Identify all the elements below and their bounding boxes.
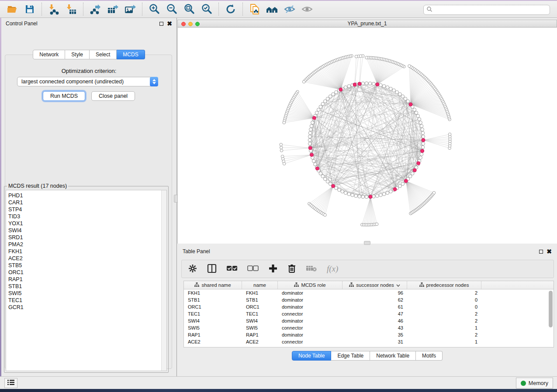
export-network-button[interactable] (86, 2, 104, 16)
hide-selected-button[interactable] (281, 2, 298, 16)
cell-successor-nodes[interactable]: 43 (343, 325, 407, 330)
network-node[interactable] (365, 56, 368, 59)
network-node[interactable] (372, 195, 375, 198)
network-node[interactable] (365, 82, 368, 85)
mcds-result-item[interactable]: YOX1 (8, 220, 166, 227)
float-panel-icon[interactable] (159, 22, 163, 26)
network-node[interactable] (309, 128, 313, 131)
mcds-node[interactable] (413, 168, 416, 172)
network-node[interactable] (280, 143, 283, 146)
horizontal-splitter-handle[interactable] (364, 241, 370, 245)
close-panel-button[interactable]: Close panel (91, 91, 135, 101)
network-node[interactable] (389, 87, 393, 91)
cell-name[interactable]: ACE2 (242, 339, 278, 344)
network-node[interactable] (361, 82, 365, 85)
cell-predecessor-nodes[interactable]: 1 (407, 325, 481, 330)
network-node[interactable] (319, 105, 322, 109)
mcds-result-item[interactable]: ACE2 (8, 255, 166, 262)
open-file-button[interactable] (3, 2, 21, 16)
network-node[interactable] (317, 108, 320, 112)
network-node[interactable] (421, 128, 424, 131)
network-node[interactable] (382, 193, 386, 196)
network-node[interactable] (382, 85, 386, 88)
network-node[interactable] (335, 186, 338, 190)
cell-MCDS-role[interactable]: connector (278, 339, 343, 344)
mcds-node[interactable] (312, 116, 316, 120)
tab-network-table[interactable]: Network Table (370, 351, 416, 361)
maximize-window-icon[interactable] (195, 22, 200, 26)
cell-shared-name[interactable]: RAP1 (184, 332, 242, 337)
network-node[interactable] (280, 146, 283, 149)
tab-node-table[interactable]: Node Table (292, 351, 332, 361)
tab-style[interactable]: Style (65, 50, 90, 59)
optimization-criterion-dropdown[interactable]: largest connected component (undirected) (17, 77, 158, 86)
network-node[interactable] (338, 188, 341, 192)
close-panel-icon[interactable]: ✖ (167, 22, 172, 26)
network-node[interactable] (308, 131, 312, 135)
cell-shared-name[interactable]: ACE2 (184, 339, 242, 344)
export-image-button[interactable] (121, 2, 139, 16)
cell-shared-name[interactable]: ORC1 (184, 304, 242, 309)
network-node[interactable] (359, 55, 362, 58)
network-node[interactable] (308, 138, 311, 142)
delete-column-button[interactable] (287, 264, 296, 275)
mcds-result-item[interactable]: TEC1 (8, 297, 166, 304)
cell-MCDS-role[interactable]: dominator (278, 304, 343, 309)
table-row[interactable]: ACE2ACE2connector311 (184, 338, 554, 345)
run-mcds-button[interactable]: Run MCDS (43, 91, 85, 101)
network-node[interactable] (323, 177, 327, 181)
cell-MCDS-role[interactable]: connector (278, 311, 343, 316)
network-node[interactable] (401, 95, 405, 98)
first-neighbors-button[interactable] (263, 2, 281, 16)
show-all-button[interactable] (298, 2, 316, 16)
network-node[interactable] (398, 184, 402, 188)
mcds-result-item[interactable]: RAP1 (8, 276, 166, 283)
cell-shared-name[interactable]: YOX1 (184, 346, 242, 347)
mcds-result-list[interactable]: PHD1CAR1STP4TID3YOX1SWI4SRD1PMA2FKH1ACE2… (6, 190, 167, 371)
mcds-node[interactable] (422, 138, 425, 142)
network-node[interactable] (355, 55, 358, 58)
network-node[interactable] (344, 86, 347, 89)
mcds-result-item[interactable]: STP4 (8, 206, 166, 213)
network-node[interactable] (419, 156, 422, 159)
refresh-layout-button[interactable] (222, 2, 239, 16)
table-row[interactable]: SWI5SWI5connector431 (184, 324, 554, 331)
network-node[interactable] (404, 97, 407, 100)
search-input[interactable] (434, 7, 547, 13)
network-node[interactable] (283, 121, 286, 124)
network-node[interactable] (389, 190, 393, 193)
cell-successor-nodes[interactable]: 96 (343, 290, 407, 296)
cell-predecessor-nodes[interactable]: 1 (407, 346, 481, 347)
mcds-node[interactable] (308, 146, 312, 150)
network-node[interactable] (406, 100, 410, 103)
table-row[interactable]: ORC1ORC1dominator610 (184, 303, 554, 310)
mcds-result-item[interactable]: CAR1 (8, 199, 166, 206)
cell-successor-nodes[interactable]: 29 (343, 346, 407, 347)
task-history-button[interactable] (4, 378, 17, 388)
search-field[interactable] (423, 5, 550, 15)
memory-button[interactable]: Memory (516, 378, 553, 389)
network-node[interactable] (418, 117, 421, 121)
network-node[interactable] (420, 153, 423, 156)
network-node[interactable] (386, 191, 389, 195)
cell-successor-nodes[interactable]: 62 (343, 297, 407, 303)
network-node[interactable] (392, 89, 396, 92)
close-table-panel-icon[interactable]: ✖ (547, 250, 552, 254)
network-node[interactable] (341, 190, 344, 193)
tab-motifs[interactable]: Motifs (416, 351, 443, 361)
copy-network-button[interactable] (246, 2, 263, 16)
cell-name[interactable]: STB1 (242, 297, 278, 303)
zoom-in-button[interactable] (145, 2, 163, 16)
mcds-result-item[interactable]: GCR1 (8, 304, 166, 311)
cell-MCDS-role[interactable]: dominator (278, 297, 343, 303)
network-node[interactable] (361, 195, 365, 199)
cell-MCDS-role[interactable]: dominator (278, 332, 343, 337)
column-header-predecessor-nodes[interactable]: predecessor nodes (407, 281, 481, 289)
table-row[interactable]: YOX1YOX1connector291 (184, 345, 554, 347)
network-node[interactable] (421, 131, 425, 135)
network-node[interactable] (408, 65, 411, 68)
cell-successor-nodes[interactable]: 46 (343, 318, 407, 323)
close-window-icon[interactable] (181, 22, 186, 26)
network-node[interactable] (401, 182, 405, 186)
network-node[interactable] (321, 175, 325, 178)
